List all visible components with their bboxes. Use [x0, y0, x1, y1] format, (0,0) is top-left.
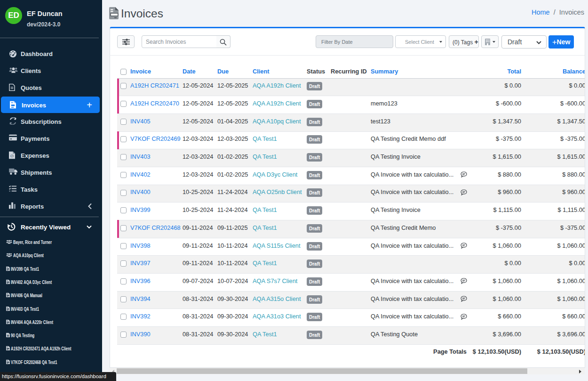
- svg-text:$: $: [11, 154, 13, 158]
